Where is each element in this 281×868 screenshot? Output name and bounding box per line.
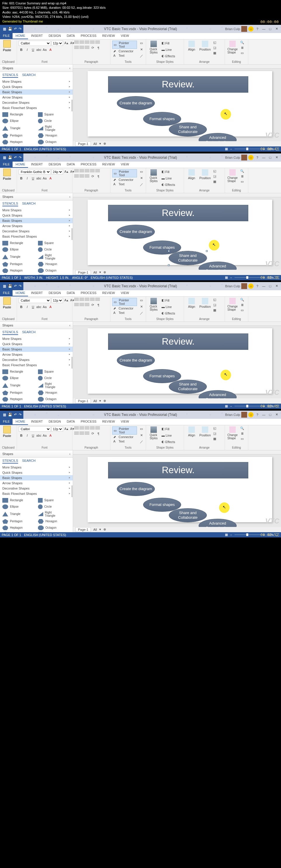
align-bot-icon[interactable] — [85, 46, 89, 50]
align-right-icon[interactable] — [85, 426, 89, 431]
minimize-icon[interactable]: — — [261, 413, 267, 416]
justify-icon[interactable] — [90, 169, 95, 173]
strike-button[interactable]: abc — [36, 47, 41, 52]
line-tool-icon[interactable]: ／ — [139, 54, 144, 59]
user-avatar[interactable] — [241, 283, 247, 289]
select-icon[interactable]: ▭ — [240, 308, 245, 313]
justify-icon[interactable] — [90, 41, 95, 45]
align-top-icon[interactable] — [74, 46, 79, 50]
shape-item-circ[interactable]: Circle — [37, 247, 72, 252]
zoom-out-icon[interactable]: − — [230, 533, 232, 536]
text-tool[interactable]: AText — [112, 311, 137, 315]
connector-tool[interactable]: ⬈Connector — [112, 306, 137, 310]
shape-item-oct[interactable]: Octagon — [37, 525, 72, 531]
shape-item-dec[interactable]: Decagon — [1, 146, 36, 147]
paragraph-icon[interactable]: ¶ — [96, 303, 101, 308]
shape-item-oct[interactable]: Octagon — [37, 139, 72, 145]
shape-item-sq[interactable]: Square — [37, 112, 72, 118]
feedback-icon[interactable]: ☺ — [248, 155, 254, 160]
shape-item-can[interactable]: Can — [37, 274, 72, 275]
feedback-icon[interactable]: ☺ — [248, 412, 254, 417]
cat-quick[interactable]: Quick Shapes — [0, 341, 73, 347]
quick-styles-button[interactable]: Quick Styles — [147, 168, 160, 183]
layers-icon[interactable]: ≣ — [240, 45, 245, 51]
font-family-select[interactable]: Calibri — [19, 41, 51, 46]
strike-button[interactable]: abc — [36, 176, 41, 181]
font-family-select[interactable]: Franklin Gothic B — [19, 169, 51, 175]
quick-access-toolbar[interactable]: ▦ 💾 ↶ ↷ — [0, 27, 25, 31]
shape-item-ell[interactable]: Ellipse — [1, 247, 36, 252]
language[interactable]: ENGLISH (UNITED STATES) — [24, 147, 66, 151]
layers-icon[interactable]: ≣ — [240, 303, 245, 308]
shape-item-rect[interactable]: Rectangle — [1, 497, 36, 503]
change-shape-button[interactable]: Change Shape — [226, 297, 239, 312]
selection-handle[interactable] — [168, 264, 170, 266]
minimize-icon[interactable]: — — [261, 284, 267, 288]
italic-button[interactable]: I — [25, 433, 30, 438]
align-right-icon[interactable] — [85, 298, 89, 302]
shape-item-sq[interactable]: Square — [37, 497, 72, 503]
align-top-icon[interactable] — [74, 303, 79, 307]
position-button[interactable]: Position — [199, 297, 212, 309]
tab-file[interactable]: FILE — [0, 290, 12, 296]
tab-view[interactable]: VIEW — [118, 33, 132, 39]
shape-item-rtri[interactable]: Right Triangle — [37, 382, 72, 389]
shape-item-ell[interactable]: Ellipse — [1, 504, 36, 510]
shape-item-tri[interactable]: Triangle — [1, 253, 36, 261]
shape-item-can[interactable]: Can — [37, 403, 72, 404]
stencils-tab[interactable]: STENCILS — [2, 202, 18, 206]
node-advanced[interactable]: Advanced Customization — [199, 519, 237, 527]
shape-item-hex[interactable]: Hexagon — [37, 519, 72, 524]
font-color-button[interactable]: A — [48, 176, 53, 181]
change-shape-button[interactable]: Change Shape — [226, 40, 239, 55]
tab-design[interactable]: DESIGN — [45, 290, 64, 296]
zoom-out-icon[interactable]: − — [230, 404, 232, 408]
stencils-tab[interactable]: STENCILS — [2, 330, 18, 335]
all-chevron-icon[interactable]: ▾ — [99, 270, 101, 274]
all-pages[interactable]: All — [93, 399, 97, 403]
selection-handle[interactable] — [168, 250, 170, 252]
quick-styles-button[interactable]: Quick Styles — [147, 297, 160, 312]
node-advanced[interactable]: Advanced Customization — [199, 390, 237, 398]
all-pages[interactable]: All — [93, 142, 97, 146]
shape-item-hept[interactable]: Heptagon — [1, 525, 36, 531]
tab-file[interactable]: FILE — [0, 419, 12, 425]
search-tab[interactable]: SEARCH — [22, 330, 36, 335]
bold-button[interactable]: B — [19, 433, 24, 438]
align-mid-icon[interactable] — [80, 432, 84, 436]
shape-item-dec[interactable]: Decagon — [1, 274, 36, 275]
x-tool-icon[interactable]: ✕ — [139, 47, 144, 52]
tab-review[interactable]: REVIEW — [99, 33, 118, 39]
align-left-icon[interactable] — [74, 41, 79, 45]
quick-access-toolbar[interactable]: ▦💾↶↷ — [0, 284, 25, 288]
redo-icon[interactable]: ↷ — [19, 155, 22, 160]
find-icon[interactable]: 🔍 — [240, 426, 245, 431]
font-family-select[interactable]: Calibri — [19, 426, 51, 432]
fill-button[interactable]: ◧Fill — [161, 168, 176, 175]
send-back-icon[interactable]: ◲ — [212, 174, 217, 179]
cat-deco[interactable]: Decorative Shapes — [0, 228, 73, 234]
justify-icon[interactable] — [90, 426, 95, 431]
send-back-icon[interactable]: ◲ — [212, 303, 217, 308]
tab-design[interactable]: DESIGN — [45, 419, 64, 425]
line-button[interactable]: ▬Line — [161, 432, 176, 439]
quick-access-toolbar[interactable]: ▦💾↶↷ — [0, 155, 25, 160]
shape-item-pent[interactable]: Pentagon — [1, 519, 36, 524]
position-button[interactable]: Position — [199, 40, 212, 52]
x-tool-icon[interactable]: ✕ — [139, 304, 144, 310]
pointer-tool[interactable]: ▭Pointer Tool — [112, 298, 137, 306]
change-shape-button[interactable]: Change Shape — [226, 426, 239, 440]
send-back-icon[interactable]: ◲ — [212, 45, 217, 51]
feedback-icon[interactable]: ☺ — [248, 283, 254, 289]
grow-font-icon[interactable]: A▴ — [64, 41, 69, 46]
collapse-icon[interactable]: ‹ — [69, 195, 70, 198]
page[interactable]: Review.Create the diagramFormat shapesSh… — [88, 457, 272, 522]
shape-item-tri[interactable]: Triangle — [1, 124, 36, 132]
font-size-select[interactable]: 24pt. — [52, 169, 63, 175]
cat-deco[interactable]: Decorative Shapes — [0, 486, 73, 491]
undo-icon[interactable]: ↶ — [14, 27, 17, 31]
tab-process[interactable]: PROCESS — [78, 33, 99, 39]
font-color-button[interactable]: A — [48, 433, 53, 438]
undo-icon[interactable]: ↶ — [14, 413, 17, 417]
shape-item-hept[interactable]: Heptagon — [1, 396, 36, 402]
